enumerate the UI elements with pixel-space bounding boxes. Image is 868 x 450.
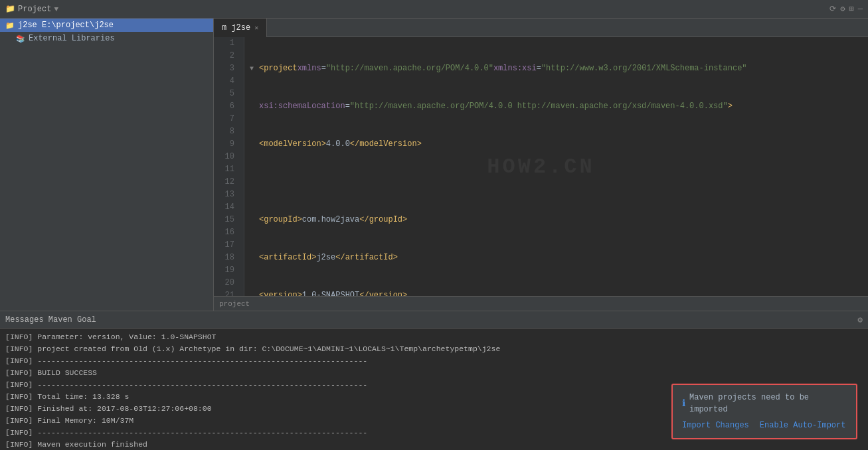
line-numbers: 1 2 3 4 5 6 7 8 9 10 11 12 13 14 15 16 1… (214, 37, 244, 296)
line-num-6: 6 (214, 100, 238, 113)
sidebar-item-j2se-label: j2se E:\project\j2se (18, 21, 114, 30)
line-num-12: 12 (214, 176, 238, 188)
sync-icon[interactable]: ⟳ (829, 4, 836, 14)
sidebar: 📁 j2se E:\project\j2se 📚 External Librar… (0, 19, 214, 311)
import-changes-link[interactable]: Import Changes (682, 419, 749, 431)
top-bar-title: 📁 Project ▼ (5, 4, 58, 14)
line-num-13: 13 (214, 188, 238, 201)
log-line-10: [INFO] Maven execution finished (5, 439, 863, 450)
log-line-1: [INFO] Parameter: version, Value: 1.0-SN… (5, 331, 863, 343)
line-num-14: 14 (214, 201, 238, 214)
line-num-19: 19 (214, 264, 238, 277)
code-line-1: ▼<project xmlns="http://maven.apache.org… (250, 62, 868, 75)
tab-close-icon[interactable]: ✕ (254, 24, 258, 32)
bottom-panel-header: Messages Maven Goal ⚙ (0, 311, 868, 329)
line-num-4: 4 (214, 75, 238, 88)
code-editor[interactable]: 1 2 3 4 5 6 7 8 9 10 11 12 13 14 15 16 1… (214, 37, 868, 296)
line-num-17: 17 (214, 239, 238, 252)
bottom-panel-content: [INFO] Parameter: version, Value: 1.0-SN… (0, 329, 868, 450)
log-line-3: [INFO] ---------------------------------… (5, 355, 863, 367)
code-line-2: xsi:schemaLocation="http://maven.apache.… (250, 100, 868, 113)
minimize-icon[interactable]: — (858, 5, 863, 14)
bottom-panel-settings-icon[interactable]: ⚙ (857, 315, 863, 325)
top-bar-project-label: Project (18, 5, 51, 14)
folder-icon: 📁 (5, 21, 15, 30)
sidebar-item-j2se[interactable]: 📁 j2se E:\project\j2se (0, 19, 213, 32)
tab-j2se[interactable]: m j2se ✕ (214, 19, 267, 37)
enable-auto-import-link[interactable]: Enable Auto-Import (760, 419, 846, 431)
code-line-5: <groupId>com.how2java</groupId> (250, 214, 868, 226)
notification-popup: ℹ Maven projects need to be imported Imp… (671, 384, 857, 439)
editor-footer-path: project (219, 300, 250, 308)
fold-arrow-1[interactable]: ▼ (250, 62, 258, 75)
line-num-11: 11 (214, 163, 238, 176)
top-bar-dropdown-arrow[interactable]: ▼ (54, 5, 58, 13)
notification-links: Import Changes Enable Auto-Import (682, 419, 847, 431)
expand-icon[interactable]: ⊞ (849, 4, 854, 14)
line-num-1: 1 (214, 37, 238, 50)
line-num-9: 9 (214, 138, 238, 151)
code-line-4 (250, 176, 868, 188)
notification-message: Maven projects need to be imported (689, 392, 847, 415)
code-line-6: <artifactId>j2se</artifactId> (250, 252, 868, 264)
sidebar-item-external-libs[interactable]: 📚 External Libraries (0, 32, 213, 45)
main-area: 📁 j2se E:\project\j2se 📚 External Librar… (0, 19, 868, 311)
log-line-2: [INFO] project created from Old (1.x) Ar… (5, 343, 863, 355)
line-num-2: 2 (214, 50, 238, 62)
log-line-4: [INFO] BUILD SUCCESS (5, 367, 863, 379)
top-bar-icons: ⟳ ⚙ ⊞ — (829, 4, 863, 14)
line-num-8: 8 (214, 125, 238, 138)
editor-footer: project (214, 296, 868, 311)
line-num-20: 20 (214, 277, 238, 289)
tab-bar: m j2se ✕ (214, 19, 868, 37)
line-num-16: 16 (214, 226, 238, 239)
project-icon: 📁 (5, 4, 15, 14)
line-num-5: 5 (214, 88, 238, 100)
info-icon: ℹ (682, 398, 685, 410)
bottom-panel: Messages Maven Goal ⚙ [INFO] Parameter: … (0, 311, 868, 450)
notification-header: ℹ Maven projects need to be imported (682, 392, 847, 415)
tab-label: m j2se (222, 23, 250, 33)
editor-area: m j2se ✕ 1 2 3 4 5 6 7 8 9 10 11 12 13 1… (214, 19, 868, 311)
line-num-10: 10 (214, 151, 238, 163)
top-bar: 📁 Project ▼ ⟳ ⚙ ⊞ — (0, 0, 868, 19)
line-num-3: 3 (214, 62, 238, 75)
bottom-panel-title: Messages Maven Goal (5, 315, 96, 325)
line-num-21: 21 (214, 289, 238, 296)
library-icon: 📚 (16, 35, 25, 43)
code-line-7: <version>1.0-SNAPSHOT</version> (250, 289, 868, 296)
gear-icon[interactable]: ⚙ (840, 4, 845, 14)
line-num-18: 18 (214, 252, 238, 264)
code-content: ▼<project xmlns="http://maven.apache.org… (244, 37, 868, 296)
line-num-15: 15 (214, 214, 238, 226)
line-num-7: 7 (214, 113, 238, 125)
code-line-3: <modelVersion>4.0.0</modelVersion> (250, 138, 868, 151)
sidebar-item-external-libs-label: External Libraries (29, 34, 115, 43)
